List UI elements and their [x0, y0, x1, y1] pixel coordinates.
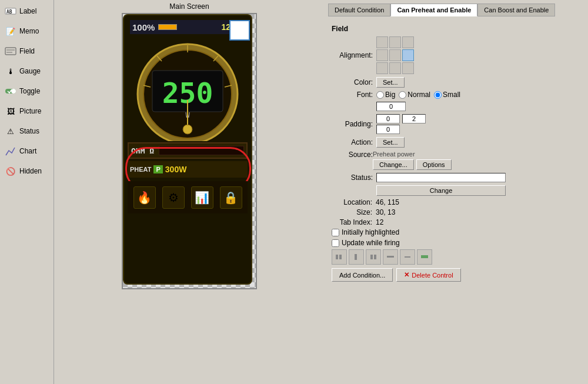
sidebar-label-status: Status [19, 127, 39, 135]
delete-icon: ✕ [404, 271, 409, 279]
source-options-button[interactable]: Options [416, 159, 452, 170]
alignment-grid [376, 36, 414, 74]
cond-btn-5[interactable] [400, 249, 415, 265]
source-label: Source: [332, 151, 373, 159]
align-top-right[interactable] [402, 36, 414, 48]
delete-label: Delete Control [412, 272, 453, 279]
padding-label: Padding: [332, 120, 373, 128]
ohm-bar-inner [159, 146, 244, 155]
color-set-button[interactable]: Set... [376, 77, 405, 88]
svg-rect-20 [339, 255, 342, 259]
cond-btn-2[interactable] [349, 249, 364, 265]
sidebar-item-memo[interactable]: 📝 Memo [1, 21, 52, 41]
sidebar-label-picture: Picture [19, 107, 41, 115]
sidebar-item-chart[interactable]: Chart [1, 141, 52, 161]
bottom-action-row: Add Condition... ✕ Delete Control [332, 268, 581, 282]
top-area: Main Screen 100% 12.6V [54, 0, 588, 384]
tab-boost[interactable]: Can Boost and Enable [477, 4, 555, 16]
padding-v-input[interactable] [402, 114, 426, 123]
align-bot-center[interactable] [389, 62, 401, 74]
chart-bottom-icon: 📊 [191, 186, 213, 209]
status-bar: 100% 12.6V [130, 20, 245, 34]
sidebar-label-chart: Chart [19, 147, 36, 155]
font-small-option[interactable]: Small [434, 91, 460, 99]
sidebar-item-label[interactable]: AB Label [1, 1, 52, 21]
svg-rect-21 [355, 254, 357, 260]
align-mid-center[interactable] [389, 49, 401, 61]
padding-row: Padding: [332, 114, 581, 134]
settings-icon: ⚙ [162, 186, 185, 209]
padding-bottom-row [376, 125, 400, 134]
gauge-icon: 🌡 [4, 65, 17, 78]
cond-btn-3[interactable] [366, 249, 381, 265]
update-while-firing-row: Update while firing [332, 239, 581, 247]
padding-bottom-input[interactable] [376, 125, 400, 134]
font-normal-option[interactable]: Normal [399, 91, 430, 99]
cond-btn-4[interactable] [383, 249, 398, 265]
padding-h-input[interactable] [376, 114, 400, 123]
tab-default[interactable]: Default Condition [328, 4, 390, 16]
delete-control-button[interactable]: ✕ Delete Control [396, 268, 460, 282]
font-normal-radio[interactable] [399, 91, 406, 99]
sidebar-item-hidden[interactable]: 🚫 Hidden [1, 161, 52, 181]
sidebar-label-label: Label [19, 7, 36, 15]
align-top-center[interactable] [389, 36, 401, 48]
label-icon: AB [4, 5, 17, 18]
font-big-radio[interactable] [376, 91, 384, 99]
font-normal-label: Normal [407, 91, 430, 99]
padding-fields [376, 114, 426, 134]
tab-preheat[interactable]: Can Preheat and Enable [390, 4, 477, 16]
canvas-area: Main Screen 100% 12.6V [54, 0, 325, 384]
source-change-button[interactable]: Change... [373, 159, 414, 170]
sidebar-item-picture[interactable]: 🖼 Picture [1, 101, 52, 121]
align-mid-right[interactable] [402, 49, 414, 61]
ohm-bar: OHM Ω [128, 142, 248, 159]
tab-index-label: Tab Index: [332, 218, 376, 226]
svg-point-17 [183, 125, 192, 134]
font-big-option[interactable]: Big [376, 91, 395, 99]
sidebar-item-status[interactable]: ⚠ Status [1, 121, 52, 141]
align-bot-right[interactable] [402, 62, 414, 74]
add-condition-button[interactable]: Add Condition... [332, 268, 393, 282]
panel-content: Field Alignment: [328, 21, 584, 285]
action-set-button[interactable]: Set... [376, 137, 405, 148]
sidebar-item-field[interactable]: Field [1, 41, 52, 61]
sidebar-label-memo: Memo [19, 27, 39, 35]
icons-bar: 🔥 ⚙ 📊 🔒 [128, 181, 248, 213]
align-bot-left[interactable] [376, 62, 388, 74]
update-while-firing-label: Update while firing [342, 239, 400, 247]
size-value: 30, 13 [376, 208, 395, 216]
right-panel: Default Condition Can Preheat and Enable… [325, 0, 588, 384]
initially-highlighted-row: Initially highlighted [332, 228, 581, 236]
align-mid-left[interactable] [376, 49, 388, 61]
chart-icon [4, 145, 17, 158]
ohm-text: OHM Ω [131, 146, 154, 155]
sidebar-label-toggle: Toggle [19, 87, 40, 95]
status-input[interactable] [376, 173, 506, 182]
selection-box [229, 20, 250, 41]
align-top-left[interactable] [376, 36, 388, 48]
cond-btn-6[interactable] [417, 249, 432, 265]
change-button[interactable]: Change [376, 185, 506, 196]
color-label: Color: [332, 78, 373, 86]
svg-rect-26 [421, 255, 428, 258]
pheat-bar: PHEAT P 300W [128, 161, 248, 178]
source-inner: Source: Preheat power Change... Options [332, 151, 581, 170]
initially-highlighted-label: Initially highlighted [342, 228, 399, 236]
sidebar: AB Label 📝 Memo Field 🌡 Gauge To [0, 0, 54, 384]
sidebar-item-toggle[interactable]: Toggle [1, 81, 52, 101]
battery-indicator [158, 24, 177, 30]
font-small-radio[interactable] [434, 91, 442, 99]
cond-btn-1[interactable] [332, 249, 347, 265]
percent-display: 100% [132, 22, 155, 32]
sidebar-label-field: Field [19, 47, 35, 55]
sidebar-item-gauge[interactable]: 🌡 Gauge [1, 61, 52, 81]
action-row: Action: Set... [332, 137, 581, 148]
device-screen[interactable]: 100% 12.6V [122, 13, 257, 289]
update-while-firing-checkbox[interactable] [332, 239, 339, 247]
field-section-title: Field [332, 25, 581, 33]
font-number-input[interactable] [376, 102, 406, 111]
pheat-text: PHEAT [130, 166, 151, 173]
initially-highlighted-checkbox[interactable] [332, 229, 339, 236]
font-row: Font: Big Normal Small [332, 91, 581, 99]
